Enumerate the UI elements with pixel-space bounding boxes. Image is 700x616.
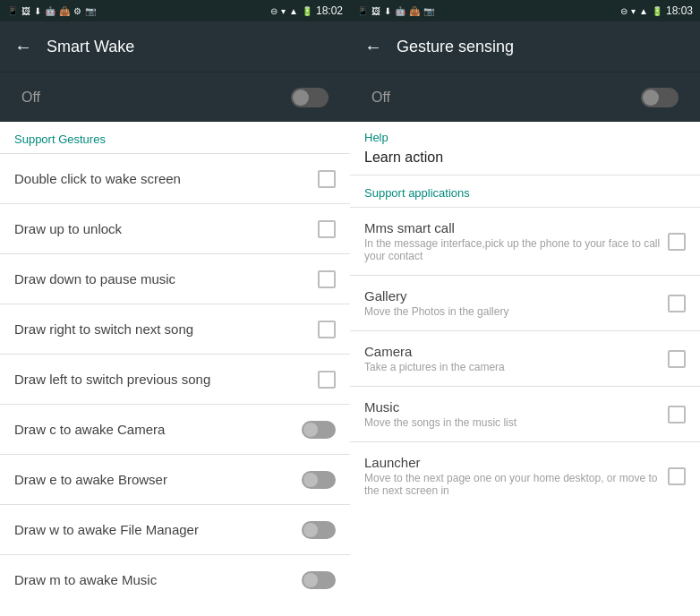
app-title-music: Music bbox=[364, 399, 661, 415]
wifi-icon: ▾ bbox=[281, 6, 286, 16]
checkbox-draw-down[interactable] bbox=[318, 270, 336, 288]
r-download-icon: ⬇ bbox=[384, 6, 391, 16]
list-item: Draw m to awake Music bbox=[0, 554, 350, 604]
left-title: Smart Wake bbox=[47, 38, 134, 56]
toggle-draw-e[interactable] bbox=[302, 471, 336, 489]
app-title-mms: Mms smart call bbox=[364, 220, 661, 235]
checkbox-draw-left[interactable] bbox=[318, 371, 336, 389]
app-title-launcher: Launcher bbox=[364, 455, 661, 470]
battery-icon: 🔋 bbox=[302, 6, 312, 16]
item-title-draw-down: Draw down to pause music bbox=[14, 271, 311, 287]
list-item: Launcher Move to the next page one on yo… bbox=[350, 441, 700, 509]
list-item: Camera Take a pictures in the camera bbox=[350, 330, 700, 386]
app-title-camera: Camera bbox=[364, 344, 661, 359]
item-title-draw-w: Draw w to awake File Manager bbox=[14, 522, 295, 537]
gear2-icon: ⚙ bbox=[73, 6, 81, 16]
left-content: Support Gestures Double click to wake sc… bbox=[0, 122, 350, 616]
app-title-gallery: Gallery bbox=[364, 288, 661, 304]
left-back-button[interactable]: ← bbox=[14, 37, 32, 57]
r-signal-icon: ▲ bbox=[639, 6, 648, 16]
r-wifi-icon: ▾ bbox=[631, 6, 636, 16]
checkbox-draw-up[interactable] bbox=[318, 220, 336, 238]
list-item: Draw up to unlock bbox=[0, 203, 350, 253]
list-item: Mms smart call In the message interface,… bbox=[350, 207, 700, 275]
right-title: Gesture sensing bbox=[397, 38, 514, 56]
right-status-bar: 📱 🖼 ⬇ 🤖 👜 📷 ⊖ ▾ ▲ 🔋 18:03 bbox=[350, 0, 700, 21]
item-title-draw-c: Draw c to awake Camera bbox=[14, 422, 295, 437]
checkbox-camera[interactable] bbox=[668, 350, 686, 368]
learn-action[interactable]: Learn action bbox=[364, 150, 686, 166]
checkbox-gallery[interactable] bbox=[668, 295, 686, 312]
list-item: Draw down to pause music bbox=[0, 253, 350, 304]
item-title-draw-up: Draw up to unlock bbox=[14, 221, 311, 236]
right-time: 18:03 bbox=[666, 4, 693, 17]
checkbox-music[interactable] bbox=[668, 406, 686, 424]
image-icon: 🖼 bbox=[21, 6, 30, 16]
list-item: Draw left to switch previous song bbox=[0, 354, 350, 404]
toggle-draw-c[interactable] bbox=[302, 421, 336, 439]
right-panel: 📱 🖼 ⬇ 🤖 👜 📷 ⊖ ▾ ▲ 🔋 18:03 ← Gesture sens… bbox=[350, 0, 700, 616]
right-main-toggle[interactable] bbox=[641, 88, 679, 107]
status-icons-right: ⊖ ▾ ▲ 🔋 18:02 bbox=[270, 4, 343, 17]
android-icon: 🤖 bbox=[45, 6, 55, 16]
download-icon: ⬇ bbox=[34, 6, 41, 16]
minus-icon: ⊖ bbox=[270, 6, 277, 16]
right-content: Help Learn action Support applications M… bbox=[350, 122, 700, 616]
list-item: Double click to wake screen bbox=[0, 153, 350, 203]
toggle-draw-w[interactable] bbox=[302, 521, 336, 539]
right-status-icons-right: ⊖ ▾ ▲ 🔋 18:03 bbox=[620, 4, 693, 17]
right-off-label: Off bbox=[371, 90, 390, 106]
app-subtitle-mms: In the message interface,pick up the pho… bbox=[364, 237, 661, 262]
item-title-double-click: Double click to wake screen bbox=[14, 171, 311, 186]
left-off-row: Off bbox=[0, 72, 350, 122]
signal-icon: ▲ bbox=[289, 6, 298, 16]
left-off-label: Off bbox=[21, 90, 40, 106]
list-item: Draw w to awake File Manager bbox=[0, 504, 350, 554]
left-status-bar: 📱 🖼 ⬇ 🤖 👜 ⚙ 📷 ⊖ ▾ ▲ 🔋 18:02 bbox=[0, 0, 350, 21]
r-phone-icon: 📱 bbox=[357, 6, 368, 16]
checkbox-double-click[interactable] bbox=[318, 170, 336, 188]
r-minus-icon: ⊖ bbox=[620, 6, 627, 16]
right-toolbar: ← Gesture sensing bbox=[350, 21, 700, 72]
list-item: Draw c to awake Camera bbox=[0, 404, 350, 454]
phone-icon: 📱 bbox=[7, 6, 18, 16]
left-section-header: Support Gestures bbox=[0, 122, 350, 153]
r-photo-icon: 📷 bbox=[423, 6, 434, 16]
left-main-toggle[interactable] bbox=[291, 88, 329, 107]
help-label: Help bbox=[364, 131, 686, 144]
item-title-draw-e: Draw e to awake Browser bbox=[14, 472, 295, 487]
right-off-row: Off bbox=[350, 72, 700, 122]
r-battery-icon: 🔋 bbox=[652, 6, 662, 16]
right-back-button[interactable]: ← bbox=[364, 37, 382, 57]
help-section: Help Learn action bbox=[350, 122, 700, 175]
checkbox-launcher[interactable] bbox=[668, 467, 686, 485]
left-toolbar: ← Smart Wake bbox=[0, 21, 350, 72]
checkbox-mms[interactable] bbox=[668, 233, 686, 251]
status-icons-left: 📱 🖼 ⬇ 🤖 👜 ⚙ 📷 bbox=[7, 6, 96, 16]
app-subtitle-launcher: Move to the next page one on your home d… bbox=[364, 472, 661, 497]
bag-icon: 👜 bbox=[59, 6, 70, 16]
r-bag-icon: 👜 bbox=[409, 6, 420, 16]
right-status-icons-left: 📱 🖼 ⬇ 🤖 👜 📷 bbox=[357, 6, 434, 16]
item-title-draw-right: Draw right to switch next song bbox=[14, 321, 311, 337]
app-subtitle-music: Move the songs in the music list bbox=[364, 416, 661, 429]
toggle-draw-m[interactable] bbox=[302, 571, 336, 589]
support-apps-header: Support applications bbox=[350, 175, 700, 207]
item-title-draw-m: Draw m to awake Music bbox=[14, 572, 295, 587]
list-item: Music Move the songs in the music list bbox=[350, 386, 700, 441]
item-title-draw-left: Draw left to switch previous song bbox=[14, 372, 311, 387]
left-panel: 📱 🖼 ⬇ 🤖 👜 ⚙ 📷 ⊖ ▾ ▲ 🔋 18:02 ← Smart Wake… bbox=[0, 0, 350, 616]
left-time: 18:02 bbox=[316, 4, 343, 17]
list-item: Draw right to switch next song bbox=[0, 304, 350, 354]
checkbox-draw-right[interactable] bbox=[318, 321, 336, 338]
r-image-icon: 🖼 bbox=[371, 6, 380, 16]
app-subtitle-camera: Take a pictures in the camera bbox=[364, 361, 661, 373]
r-android-icon: 🤖 bbox=[395, 6, 405, 16]
app-subtitle-gallery: Move the Photos in the gallery bbox=[364, 305, 661, 318]
list-item: Draw e to awake Browser bbox=[0, 454, 350, 504]
photo-icon: 📷 bbox=[85, 6, 96, 16]
list-item: Gallery Move the Photos in the gallery bbox=[350, 275, 700, 330]
